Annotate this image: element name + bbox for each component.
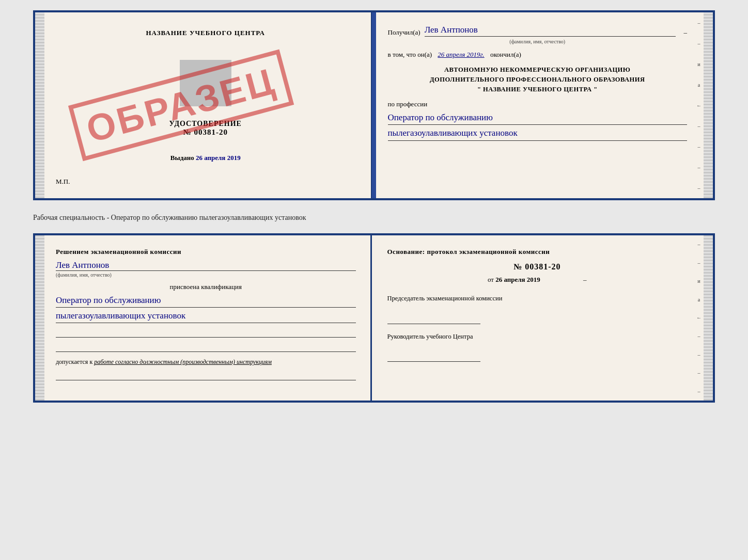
protocol-date-prefix: от xyxy=(488,276,494,283)
qualification-label: присвоена квалификация xyxy=(56,283,356,291)
profession-line1: Оператор по обслуживанию xyxy=(388,110,688,125)
commission-person-name: Лев Антпонов xyxy=(56,260,356,271)
photo-placeholder xyxy=(180,60,231,106)
cert-right-page: Получил(а) Лев Антпонов – (фамилия, имя,… xyxy=(372,12,713,198)
profession-line2: пылегазоулавливающих установок xyxy=(388,126,688,140)
cert-left-page: НАЗВАНИЕ УЧЕБНОГО ЦЕНТРА УДОСТОВЕРЕНИЕ №… xyxy=(35,12,372,198)
separator-text: Рабочая специальность - Оператор по обсл… xyxy=(33,209,715,225)
qualification-line1: Оператор по обслуживанию xyxy=(56,293,356,308)
mp-text: М.П. xyxy=(56,178,70,186)
director-signature-line xyxy=(387,354,480,362)
date-value: 26 апреля 2019г. xyxy=(438,51,484,58)
bottom-right-edge-text: – – и а ← – – – – xyxy=(696,235,702,401)
issued-date-block: Выдано 26 апреля 2019 xyxy=(170,154,241,162)
org-line2: ДОПОЛНИТЕЛЬНОГО ПРОФЕССИОНАЛЬНОГО ОБРАЗО… xyxy=(388,75,688,85)
director-block: Руководитель учебного Центра xyxy=(387,332,688,362)
director-label: Руководитель учебного Центра xyxy=(387,332,688,342)
school-name-top: НАЗВАНИЕ УЧЕБНОГО ЦЕНТРА xyxy=(146,29,265,37)
bottom-left-page: Решением экзаменационной комиссии Лев Ан… xyxy=(35,235,372,401)
qualification-line2: пылегазоулавливающих установок xyxy=(56,309,356,323)
right-outer-strip xyxy=(704,12,713,198)
completed-label: окончил(а) xyxy=(490,51,521,58)
org-line1: АВТОНОМНУЮ НЕКОММЕРЧЕСКУЮ ОРГАНИЗАЦИЮ xyxy=(388,65,688,75)
issued-label: Выдано xyxy=(170,154,194,162)
date-prefix: в том, что он(а) xyxy=(388,51,432,58)
admission-value: работе согласно должностным (производств… xyxy=(94,358,272,365)
chairman-label: Председатель экзаменационной комиссии xyxy=(387,294,688,303)
bottom-certificate-book: Решением экзаменационной комиссии Лев Ан… xyxy=(33,233,715,403)
chairman-signature-line xyxy=(387,316,480,324)
chairman-block: Председатель экзаменационной комиссии xyxy=(387,294,688,324)
issued-date-value: 26 апреля 2019 xyxy=(196,154,241,162)
cert-label: УДОСТОВЕРЕНИЕ xyxy=(169,120,242,128)
blank-line-2 xyxy=(56,343,356,352)
recipient-name: Лев Антпонов xyxy=(425,25,676,37)
received-label: Получил(а) xyxy=(388,28,420,37)
dash1: – xyxy=(684,28,688,37)
top-certificate-book: НАЗВАНИЕ УЧЕБНОГО ЦЕНТРА УДОСТОВЕРЕНИЕ №… xyxy=(33,10,715,200)
blank-line-1 xyxy=(56,328,356,338)
blank-line-3 xyxy=(56,371,356,380)
date-line: в том, что он(а) 26 апреля 2019г. окончи… xyxy=(388,51,688,59)
org-line3: " НАЗВАНИЕ УЧЕБНОГО ЦЕНТРА " xyxy=(388,85,688,94)
cert-id-block: УДОСТОВЕРЕНИЕ № 00381-20 xyxy=(169,120,242,137)
org-block: АВТОНОМНУЮ НЕКОММЕРЧЕСКУЮ ОРГАНИЗАЦИЮ ДО… xyxy=(388,65,688,94)
commission-intro: Решением экзаменационной комиссии xyxy=(56,248,356,256)
cert-number: № 00381-20 xyxy=(169,128,242,137)
right-edge-text: – – и а ← – – – – xyxy=(696,12,702,198)
protocol-date: от 26 апреля 2019 – xyxy=(387,276,688,284)
fio-hint-bottom: (фамилия, имя, отчество) xyxy=(56,272,356,278)
bottom-right-outer-strip xyxy=(704,235,713,401)
protocol-date-value: 26 апреля 2019 xyxy=(495,276,540,283)
profession-label: по профессии xyxy=(388,100,688,108)
admission-label: допускается к xyxy=(56,358,92,365)
dash-right1: – xyxy=(583,276,587,283)
basis-text: Основание: протокол экзаменационной коми… xyxy=(387,248,688,256)
document-container: НАЗВАНИЕ УЧЕБНОГО ЦЕНТРА УДОСТОВЕРЕНИЕ №… xyxy=(33,10,715,403)
recipient-line: Получил(а) Лев Антпонов – xyxy=(388,25,688,37)
admission-block: допускается к работе согласно должностны… xyxy=(56,358,356,366)
bottom-right-page: Основание: протокол экзаменационной коми… xyxy=(372,235,713,401)
protocol-number: № 00381-20 xyxy=(387,262,688,271)
fio-hint-top: (фамилия, имя, отчество) xyxy=(388,39,688,44)
